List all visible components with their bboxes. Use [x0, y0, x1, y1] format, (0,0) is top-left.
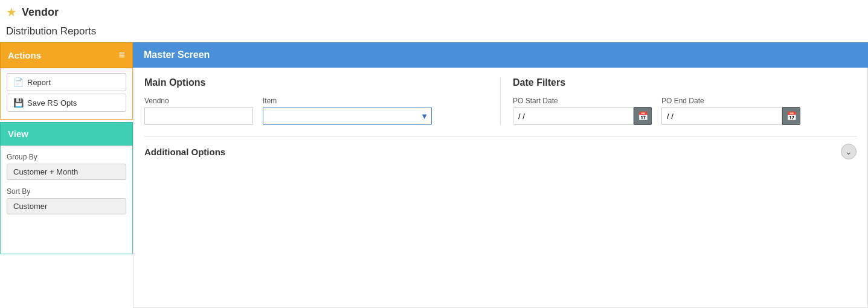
hamburger-icon[interactable]: ≡ [118, 49, 125, 62]
po-end-field-group: PO End Date 📅 [661, 97, 800, 125]
date-filters-title: Date Filters [513, 77, 857, 88]
item-label: Item [263, 97, 432, 105]
sidebar-view-section: View Group By Customer + Month Sort By C… [0, 122, 133, 254]
item-field-wrapper: ▼ [263, 107, 432, 125]
sidebar-actions-section: Actions ≡ 📄 Report 💾 Save RS Opts [0, 42, 133, 120]
main-options-section: Main Options Vendno Item ▼ [144, 77, 501, 125]
po-start-input[interactable] [513, 107, 634, 125]
star-icon: ★ [6, 5, 17, 19]
po-end-input-wrapper: 📅 [661, 107, 800, 125]
po-end-calendar-button[interactable]: 📅 [782, 107, 800, 125]
calendar-icon-start: 📅 [638, 111, 648, 121]
main-options-title: Main Options [144, 77, 488, 88]
vendno-field-group: Vendno [144, 97, 253, 125]
app-container: ★ Vendor Distribution Reports Actions ≡ … [0, 0, 868, 308]
vendno-label: Vendno [144, 97, 253, 105]
view-body: Group By Customer + Month Sort By Custom… [0, 146, 133, 254]
sort-by-value-button[interactable]: Customer [7, 198, 126, 214]
save-icon: 💾 [13, 98, 24, 107]
master-screen-header: Master Screen [133, 42, 868, 68]
po-start-input-wrapper: 📅 [513, 107, 652, 125]
actions-label: Actions [8, 50, 41, 60]
report-label: Report [27, 78, 51, 87]
report-button[interactable]: 📄 Report [7, 73, 126, 91]
vendno-input[interactable] [144, 107, 253, 125]
item-input[interactable] [263, 107, 432, 125]
chevron-down-icon: ⌄ [845, 147, 852, 156]
item-field-group: Item ▼ [263, 97, 432, 125]
actions-header: Actions ≡ [0, 42, 133, 68]
view-header: View [0, 122, 133, 146]
po-end-label: PO End Date [661, 97, 800, 105]
options-row: Main Options Vendno Item ▼ [144, 77, 857, 125]
sort-by-label: Sort By [7, 187, 126, 196]
additional-options-title: Additional Options [144, 147, 225, 157]
po-start-label: PO Start Date [513, 97, 652, 105]
main-content: Master Screen Main Options Vendno Item [133, 42, 868, 308]
po-end-input[interactable] [661, 107, 782, 125]
save-rs-opts-button[interactable]: 💾 Save RS Opts [7, 94, 126, 112]
view-label: View [8, 129, 28, 139]
calendar-icon-end: 📅 [786, 111, 797, 121]
save-rs-opts-label: Save RS Opts [27, 98, 77, 107]
date-filters-section: Date Filters PO Start Date 📅 [501, 77, 857, 125]
additional-options-section: Additional Options ⌄ [144, 136, 857, 159]
actions-body: 📄 Report 💾 Save RS Opts [0, 68, 133, 120]
page-title: Distribution Reports [0, 24, 868, 42]
additional-options-toggle-button[interactable]: ⌄ [841, 144, 857, 159]
date-fields-row: PO Start Date 📅 PO End Date [513, 97, 857, 125]
sidebar: Actions ≡ 📄 Report 💾 Save RS Opts [0, 42, 133, 308]
vendor-title: Vendor [22, 6, 59, 19]
main-options-fields: Vendno Item ▼ [144, 97, 488, 125]
group-by-label: Group By [7, 153, 126, 161]
po-start-field-group: PO Start Date 📅 [513, 97, 652, 125]
main-layout: Actions ≡ 📄 Report 💾 Save RS Opts [0, 42, 868, 308]
master-screen-body: Main Options Vendno Item ▼ [133, 68, 868, 308]
po-start-calendar-button[interactable]: 📅 [634, 107, 652, 125]
group-by-value-button[interactable]: Customer + Month [7, 164, 126, 180]
top-bar: ★ Vendor [0, 0, 868, 24]
report-icon: 📄 [13, 77, 24, 87]
